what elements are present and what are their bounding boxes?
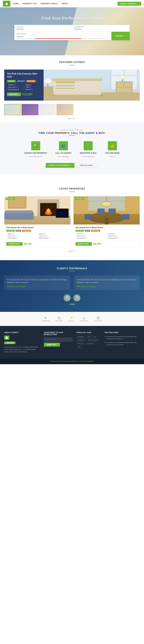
footer-twitter-col: TWITTER FEED provident qui sunt distinct… xyxy=(104,332,140,353)
testimonial-text-1: Sed ut perspiciatis unde omnis iste natu… xyxy=(7,278,67,284)
hometrack-icon: 📊 xyxy=(82,316,86,320)
location-field: LOCATION xyxy=(14,25,72,32)
featured-card-title: The Pink City Concord, New York xyxy=(7,72,41,78)
nav-property-list[interactable]: PROPERTY LIST xyxy=(22,3,37,5)
hero-section: Find Your Perfect Home Today LOCATION SQ… xyxy=(0,7,144,55)
featured-tags: For Sell 2600 Sq Ft Available xyxy=(7,80,41,82)
svg-point-20 xyxy=(119,76,125,79)
hero-search-button[interactable]: SEARCH → xyxy=(111,32,130,40)
property-card-1: FEATURED 54/A Ready Flat in Miami Beach … xyxy=(4,196,71,248)
tag-available: Available xyxy=(26,80,36,82)
book-now-button[interactable]: BOOK NOW → xyxy=(7,92,21,96)
prop-detail-1-3: Guest room: 3 xyxy=(38,235,69,237)
featured-divider xyxy=(69,65,75,65)
featured-title: FEATURED LISTINGS xyxy=(0,55,144,65)
svg-rect-14 xyxy=(101,94,102,97)
svg-rect-12 xyxy=(52,78,102,81)
nav-search-button[interactable]: SEARCH PROPERTY → xyxy=(118,2,141,6)
svg-rect-13 xyxy=(52,94,54,97)
dot-1[interactable] xyxy=(69,118,70,119)
dot-3[interactable] xyxy=(72,118,73,119)
how-it-works-section: THIS IS HOW IT WORK FIND YOUR PROPERTY, … xyxy=(0,122,144,175)
prop-detail-1-4: Parking space: 3 xyxy=(6,237,37,239)
footer-newsletter-col: SUBSCRIBE TO OUR NEWSLETTER SUBMIT NOW → xyxy=(44,332,72,353)
thumbnail-3[interactable] xyxy=(39,104,56,115)
testimonial-dot-3[interactable] xyxy=(73,304,74,305)
svg-point-53 xyxy=(76,296,78,298)
sqft-input[interactable] xyxy=(74,28,128,30)
dot-4[interactable] xyxy=(74,118,75,119)
prop-body-1: 54/A Ready Flat in Miami Beach For Sell … xyxy=(4,224,71,248)
price-input[interactable] xyxy=(16,36,109,38)
footer-about-text: Lorem ipsum dolor sit amet, consectetur … xyxy=(4,346,40,353)
thumbnail-2[interactable] xyxy=(22,104,39,115)
thumbnail-4[interactable] xyxy=(57,104,73,115)
testimonials-grid: Sed ut perspiciatis unde omnis iste natu… xyxy=(4,276,140,290)
latest-dot-1[interactable] xyxy=(70,250,71,252)
detail-toilet: Toilet: 6 xyxy=(24,86,41,88)
featured-main-image xyxy=(44,70,140,100)
prop-tag-sqft-2: Sq Ft xyxy=(85,230,90,232)
property-cards: FEATURED 54/A Ready Flat in Miami Beach … xyxy=(4,196,140,248)
latest-title: LATEST PROPERTIES xyxy=(4,182,140,192)
footer-logo-2: 🏠 REALTORS xyxy=(55,316,63,322)
tag-business[interactable]: BUSINESS xyxy=(76,336,85,338)
price-slider[interactable] xyxy=(16,38,109,39)
nav-about[interactable]: ABOUT xyxy=(62,3,68,5)
tag-our-property[interactable]: OUR PROPERTY xyxy=(87,339,99,342)
twitter-item-2: provident qui sunt distinctio doloribus … xyxy=(104,342,140,346)
footer-logo-text-3: RE/MAX xyxy=(69,320,74,322)
location-input[interactable] xyxy=(16,28,70,30)
svg-rect-18 xyxy=(117,88,132,92)
sqft-field: SQUARE FEET xyxy=(72,25,130,32)
thumbnail-row xyxy=(0,104,144,118)
tag-buy[interactable]: BUY xyxy=(92,336,97,338)
testimonial-text-2: Sed ut perspiciatis unde omnis iste natu… xyxy=(77,278,137,284)
live-estate-icon: 🌿 xyxy=(96,316,100,320)
avatar-1[interactable] xyxy=(64,294,71,302)
sqft-label: SQUARE FEET xyxy=(74,26,128,28)
nav-property-single[interactable]: PROPERTY SINGLE xyxy=(41,3,58,5)
prop-tag-sqft-1: Sq Ft xyxy=(15,230,21,232)
avatar-2[interactable] xyxy=(73,294,80,302)
prop-detail-1-0: Bedroom: 5 xyxy=(6,233,37,235)
slider-fill xyxy=(35,38,81,39)
footer-main: ABOUT HOMIFY SUBSCRIBE Lorem ipsum dolor… xyxy=(0,326,144,359)
subscribe-label: SUBSCRIBE xyxy=(4,342,15,344)
tag-property[interactable]: PROPERTY xyxy=(76,339,86,342)
detail-parking: Parking space: 3 xyxy=(7,89,23,90)
prop-footer-2: CONTACT NOW → $8,450 xyxy=(75,240,138,246)
featured-bottom: BOOK NOW → $12,050 xyxy=(7,92,41,96)
prop-detail-1-2: Guest room: 1 xyxy=(6,235,37,237)
latest-dot-3[interactable] xyxy=(73,250,74,252)
dot-2[interactable] xyxy=(71,118,72,119)
latest-properties-section: LATEST PROPERTIES xyxy=(0,175,144,260)
prop-title-2: 54/A Ready Flat in Miami Beach xyxy=(75,226,138,228)
logo[interactable] xyxy=(3,1,10,7)
thumb-img-1 xyxy=(4,104,21,115)
testimonial-dot-2[interactable] xyxy=(72,304,72,305)
tag-for-sell[interactable]: FOR SELL xyxy=(76,342,85,345)
testimonials-divider xyxy=(69,271,75,271)
tag-for2[interactable]: FOR xyxy=(76,346,82,348)
newsletter-email-input[interactable] xyxy=(44,338,72,342)
prop-detail-2-1: Bedroom: 3 xyxy=(107,233,138,235)
tag-for[interactable]: FOR xyxy=(86,336,91,338)
latest-carousel-dots xyxy=(4,248,140,253)
property-card-2: FEATURED 54/A Ready Flat in Miami Beach … xyxy=(73,196,140,248)
contact-now-button-1[interactable]: CONTACT NOW → xyxy=(6,242,23,246)
prop-detail-2-5: Parking space: 3 xyxy=(107,237,138,239)
featured-section: FEATURED LISTINGS The Pink City Concord,… xyxy=(0,55,144,122)
featured-container: The Pink City Concord, New York For Sell… xyxy=(0,70,144,104)
latest-dot-2[interactable] xyxy=(72,250,72,252)
svg-rect-16 xyxy=(117,83,124,87)
footer-logo-text-1: CAMBRIDGE xyxy=(41,320,50,322)
nav-home[interactable]: HOME xyxy=(13,3,19,5)
tag-mansion[interactable]: MANSION xyxy=(86,342,94,345)
testimonial-dot-1[interactable] xyxy=(70,304,71,305)
price-range-field: PRICE RANGE xyxy=(14,32,111,40)
contact-now-button-2[interactable]: CONTACT NOW → xyxy=(75,242,92,246)
footer-logos: 🏛 CAMBRIDGE 🏠 REALTORS 🔑 RE/MAX 📊 HOMETR… xyxy=(0,312,144,326)
newsletter-submit-button[interactable]: SUBMIT NOW → xyxy=(44,343,60,346)
thumbnail-1[interactable] xyxy=(4,104,21,115)
